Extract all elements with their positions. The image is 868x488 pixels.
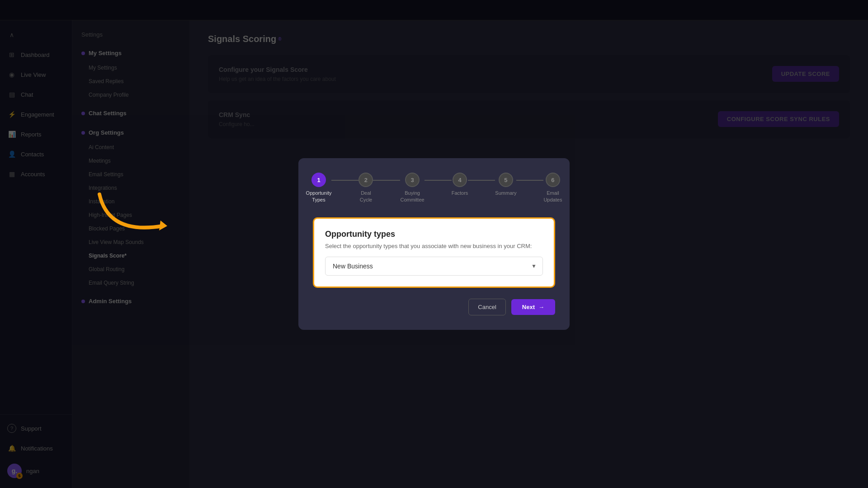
step-connector-2 <box>373 180 400 181</box>
step-circle-4: 4 <box>453 173 467 187</box>
step-circle-5: 5 <box>499 173 513 187</box>
opportunity-types-box: Opportunity types Select the opportunity… <box>313 217 555 288</box>
arrow-annotation <box>90 181 190 253</box>
step-circle-3: 3 <box>405 173 420 187</box>
step-label-1: OpportunityTypes <box>306 190 332 203</box>
cancel-button[interactable]: Cancel <box>468 299 505 315</box>
select-wrapper: New Business Existing Business Renewal U… <box>325 257 543 276</box>
step-circle-2: 2 <box>359 173 373 187</box>
step-connector-5 <box>516 180 543 181</box>
step-label-2: Deal Cycle <box>359 190 373 203</box>
step-label-5: Summary <box>495 190 516 196</box>
modal: 1 OpportunityTypes 2 Deal Cycle 3 Buying… <box>298 158 570 330</box>
step-6: 6 EmailUpdates <box>543 173 562 203</box>
step-2: 2 Deal Cycle <box>359 173 373 203</box>
step-connector-1 <box>331 180 359 181</box>
stepper: 1 OpportunityTypes 2 Deal Cycle 3 Buying… <box>313 173 555 203</box>
step-1: 1 OpportunityTypes <box>306 173 332 203</box>
modal-footer: Cancel Next → <box>313 299 555 315</box>
step-connector-3 <box>425 180 452 181</box>
step-3: 3 BuyingCommittee <box>400 173 424 203</box>
next-icon: → <box>538 304 544 310</box>
opp-box-desc: Select the opportunity types that you as… <box>325 243 543 249</box>
next-label: Next <box>522 304 535 310</box>
step-4: 4 Factors <box>452 173 468 196</box>
opp-box-title: Opportunity types <box>325 230 543 239</box>
step-label-6: EmailUpdates <box>543 190 562 203</box>
modal-overlay[interactable]: 1 OpportunityTypes 2 Deal Cycle 3 Buying… <box>0 0 868 488</box>
step-connector-4 <box>468 180 495 181</box>
step-circle-1: 1 <box>311 173 326 187</box>
svg-marker-0 <box>159 221 167 230</box>
step-circle-6: 6 <box>546 173 560 187</box>
step-5: 5 Summary <box>495 173 516 196</box>
next-button[interactable]: Next → <box>511 299 555 315</box>
step-label-3: BuyingCommittee <box>400 190 424 203</box>
step-label-4: Factors <box>452 190 468 196</box>
opportunity-type-select[interactable]: New Business Existing Business Renewal U… <box>325 257 543 276</box>
